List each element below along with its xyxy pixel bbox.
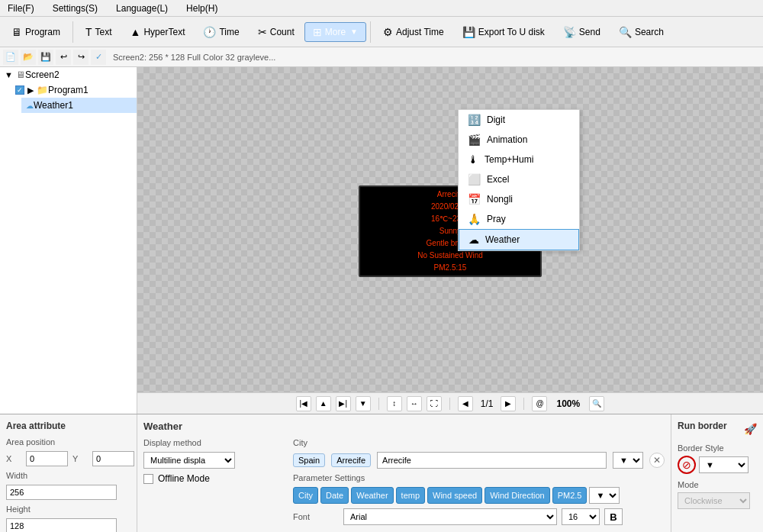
program-icon: 🖥 — [11, 26, 22, 38]
next-btn[interactable]: ▶| — [336, 396, 351, 411]
mode-select[interactable]: Clockwise — [678, 492, 750, 509]
menu-nongli[interactable]: 📅 Nongli — [459, 189, 579, 209]
horiz-btn[interactable]: ↔ — [407, 396, 422, 411]
run-border-header: Run border 🚀 — [678, 421, 757, 437]
tb2-redo[interactable]: ↪ — [73, 50, 89, 65]
up-btn[interactable]: ▲ — [316, 396, 331, 411]
send-button[interactable]: 📡 Send — [555, 22, 609, 42]
menu-animation[interactable]: 🎬 Animation — [459, 130, 579, 150]
tree-screen2[interactable]: ▼ 🖥 Screen2 — [0, 67, 137, 82]
param-settings-label: Parameter Settings — [293, 473, 365, 482]
city-dropdown[interactable]: ▼ — [613, 452, 643, 469]
weather-small-icon: ☁ — [26, 102, 34, 110]
param-label-row: Parameter Settings — [293, 473, 665, 482]
tb2-save[interactable]: 💾 — [38, 50, 53, 65]
adjust-time-button[interactable]: ⚙ Adjust Time — [375, 22, 452, 42]
fit-btn[interactable]: ⛶ — [427, 396, 442, 411]
param-date-btn[interactable]: Date — [320, 487, 349, 504]
menu-file[interactable]: File(F) — [3, 2, 39, 15]
display-method-select[interactable]: Multiline displa — [143, 452, 235, 469]
tree-program1[interactable]: ▶ 📁 Program1 — [11, 82, 137, 98]
hypertext-button[interactable]: ▲ HyperText — [122, 22, 194, 42]
offline-mode-row: Offline Mode — [143, 473, 281, 484]
page-info: 1/1 — [481, 398, 494, 409]
height-row: Height — [6, 505, 130, 514]
text-button[interactable]: T Text — [77, 22, 121, 42]
menu-temp-humi[interactable]: 🌡 Temp+Humi — [459, 150, 579, 169]
city-input[interactable] — [377, 452, 607, 469]
offline-checkbox[interactable] — [143, 474, 153, 484]
param-city-btn[interactable]: City — [293, 487, 318, 504]
weather-menu-icon: ☁ — [468, 234, 479, 246]
more-arrow-icon: ▼ — [350, 27, 358, 36]
city-clear-btn[interactable]: ✕ — [649, 453, 665, 468]
area-attribute-panel: Area attribute Area position X Y Width H… — [0, 414, 137, 532]
program-button[interactable]: 🖥 Program — [3, 22, 69, 42]
menu-excel[interactable]: ⬜ Excel — [459, 169, 579, 189]
width-label: Width — [6, 471, 27, 480]
tb2-new[interactable]: 📄 — [3, 50, 18, 65]
display-method-label: Display method — [143, 438, 212, 447]
menu-language[interactable]: Language(L) — [111, 2, 172, 15]
y-input[interactable] — [92, 451, 134, 466]
down-btn[interactable]: ▼ — [356, 396, 371, 411]
city-tags-row: Spain Arrecife ▼ ✕ — [293, 452, 665, 469]
main-layout: ▼ 🖥 Screen2 ▶ 📁 Program1 ☁ Weather1 Arre… — [0, 67, 763, 414]
x-input[interactable] — [26, 451, 68, 466]
more-icon: ⊞ — [313, 26, 322, 38]
mode-label: Mode — [678, 480, 757, 489]
param-wind-dir-btn[interactable]: Wind Direction — [485, 487, 550, 504]
status-text: Screen2: 256 * 128 Full Color 32 graylev… — [113, 53, 275, 62]
weather-settings-panel: Weather Display method Multiline displa … — [137, 414, 671, 532]
font-select[interactable]: Arial — [343, 508, 557, 525]
nongli-icon: 📅 — [468, 193, 481, 205]
tb2-open[interactable]: 📂 — [21, 50, 36, 65]
mode-row: Mode Clockwise — [678, 480, 757, 509]
vert-btn[interactable]: ↕ — [387, 396, 402, 411]
time-button[interactable]: 🕐 Time — [195, 22, 247, 42]
zoom-level: 100% — [556, 398, 580, 409]
hypertext-icon: ▲ — [130, 26, 141, 38]
width-input[interactable] — [6, 485, 117, 500]
tree-weather1[interactable]: ☁ Weather1 — [21, 98, 137, 113]
screen-icon: 🖥 — [16, 69, 25, 80]
tb2-undo[interactable]: ↩ — [56, 50, 71, 65]
param-weather-btn[interactable]: Weather — [351, 487, 393, 504]
first-page-btn[interactable]: |◀ — [296, 396, 311, 411]
zoom-out-btn[interactable]: 🔍 — [589, 396, 604, 411]
bottom-panel: Area attribute Area position X Y Width H… — [0, 414, 763, 532]
param-temp-btn[interactable]: temp — [396, 487, 425, 504]
border-style-select[interactable]: ▼ — [699, 456, 749, 473]
city-tag-arrecife[interactable]: Arrecife — [331, 453, 371, 467]
send-icon: 📡 — [563, 26, 576, 38]
menu-digit[interactable]: 🔢 Digit — [459, 110, 579, 130]
menu-settings[interactable]: Settings(S) — [48, 2, 102, 15]
count-button[interactable]: ✂ Count — [250, 22, 303, 42]
height-input[interactable] — [6, 518, 117, 532]
search-button[interactable]: 🔍 Search — [610, 22, 672, 42]
city-tag-spain[interactable]: Spain — [293, 453, 325, 467]
param-dropdown[interactable]: ▼ — [589, 487, 620, 504]
zoom-icon-btn[interactable]: @ — [532, 396, 547, 411]
next-page-btn[interactable]: ▶ — [501, 396, 516, 411]
param-buttons-row: City Date Weather temp Wind speed Wind D… — [293, 487, 665, 504]
tb2-check[interactable]: ✓ — [91, 50, 106, 65]
font-size-select[interactable]: 16 — [562, 508, 600, 525]
export-button[interactable]: 💾 Export To U disk — [454, 22, 553, 42]
area-attribute-title: Area attribute — [6, 421, 130, 431]
program-checkbox[interactable] — [15, 85, 24, 95]
rocket-icon[interactable]: 🚀 — [744, 423, 757, 435]
menu-weather[interactable]: ☁ Weather — [459, 229, 579, 250]
border-style-icon: ⊘ — [678, 456, 696, 474]
folder-icon: 📁 — [37, 85, 48, 95]
param-pm25-btn[interactable]: PM2.5 — [552, 487, 588, 504]
menu-help[interactable]: Help(H) — [182, 2, 222, 15]
excel-icon: ⬜ — [468, 173, 481, 185]
separator1 — [72, 21, 73, 43]
prev-page-btn[interactable]: ◀ — [458, 396, 473, 411]
width-input-row — [6, 485, 130, 500]
more-button[interactable]: ⊞ More ▼ — [304, 22, 366, 42]
bold-btn[interactable]: B — [604, 508, 623, 525]
menu-pray[interactable]: 🙏 Pray — [459, 209, 579, 229]
param-wind-speed-btn[interactable]: Wind speed — [427, 487, 482, 504]
